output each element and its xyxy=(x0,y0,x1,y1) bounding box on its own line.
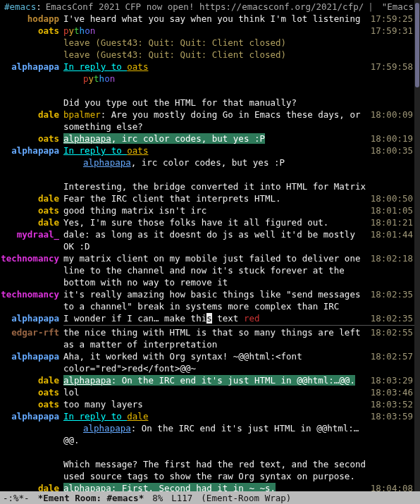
message-body: bpalmer: Are you mostly doing Go in Emac… xyxy=(63,109,371,133)
message-row: Interesting, the bridge converted it int… xyxy=(0,180,414,192)
channel-name: #emacs xyxy=(4,1,36,13)
nick[interactable]: mydraal_ xyxy=(0,228,63,240)
nick[interactable]: dale xyxy=(0,482,63,491)
message-row: oatspython17:59:31 xyxy=(0,25,414,37)
timestamp: 18:02:57 xyxy=(371,350,414,362)
message-row: oatsgood thing matrix isn't irc18:01:05 xyxy=(0,204,414,216)
message-body: I wonder if I can… make this text red xyxy=(63,312,371,324)
topic-text: EmacsConf 2021 CFP now open! https://ema… xyxy=(46,1,364,13)
timestamp: 18:00:19 xyxy=(371,133,414,145)
message-row: edgar-rftthe nice thing with HTML is tha… xyxy=(0,326,414,350)
modeline-mode: (Ement-Room Wrap) xyxy=(201,492,291,504)
nick[interactable]: dale xyxy=(0,374,63,386)
nick[interactable]: edgar-rft xyxy=(0,326,63,338)
timestamp: 18:03:46 xyxy=(371,386,414,398)
nick[interactable]: technomancy xyxy=(0,288,63,300)
message-body: alphapapa, irc color codes, but yes :P xyxy=(63,133,371,145)
nick[interactable]: alphapapa xyxy=(0,350,63,362)
timestamp: 18:00:09 xyxy=(371,109,414,121)
message-body: Yes, I'm sure those folks have it all fi… xyxy=(63,216,371,228)
nick[interactable]: dale xyxy=(0,109,63,121)
titlebar: #emacs : EmacsConf 2021 CFP now open! ht… xyxy=(0,0,420,13)
message-row: daleFear the IRC client that interprets … xyxy=(0,192,414,204)
nick[interactable]: alphapapa xyxy=(0,61,63,73)
message-row: mydraal_dale: as long as it doesnt do js… xyxy=(0,228,414,252)
system-message: leave (Guest43: Quit: Quit: Client close… xyxy=(63,37,414,49)
timestamp: 18:03:52 xyxy=(371,398,414,410)
timestamp: 18:02:18 xyxy=(371,252,414,264)
message-row: dalealphapapa: On the IRC end it's just … xyxy=(0,374,414,386)
nick[interactable]: hodapp xyxy=(0,13,63,25)
message-row: alphapapaIn reply to oats18:00:35 xyxy=(0,145,414,156)
timestamp: 18:01:21 xyxy=(371,216,414,228)
message-row: oatstoo many layers18:03:52 xyxy=(0,398,414,410)
timestamp: 18:00:50 xyxy=(371,192,414,204)
message-list[interactable]: hodappI've heard what you say when you t… xyxy=(0,13,414,491)
message-row: alphapapaIn reply to dale18:03:59 xyxy=(0,410,414,422)
message-body: In reply to oats xyxy=(63,61,371,73)
topic-sep: : xyxy=(36,1,42,13)
message-body: alphapapa, irc color codes, but yes :P xyxy=(63,156,371,168)
rainbow-text: python xyxy=(63,25,95,36)
message-body: it's really amazing how basic things lik… xyxy=(63,288,371,312)
message-body: Which message? The first had the red tex… xyxy=(63,458,371,482)
message-row: dalealphapapa: First. Second had it in ~… xyxy=(0,482,414,491)
timestamp: 18:01:44 xyxy=(371,228,414,240)
modeline-buffer: *Ement Room: #emacs* xyxy=(38,492,144,504)
timestamp: 18:03:29 xyxy=(371,374,414,386)
message-row: oatsalphapapa, irc color codes, but yes … xyxy=(0,133,414,145)
scrollbar-thumb[interactable] xyxy=(415,3,419,87)
nick[interactable]: alphapapa xyxy=(0,312,63,324)
nick[interactable]: technomancy xyxy=(0,252,63,264)
message-body: I've heard what you say when you think I… xyxy=(63,13,371,25)
message-body: In reply to dale xyxy=(63,410,371,422)
nick[interactable]: alphapapa xyxy=(0,410,63,422)
timestamp: 17:59:58 xyxy=(371,61,414,73)
message-row: python xyxy=(0,73,414,85)
system-message: leave (Guest43: Quit: Quit: Client close… xyxy=(63,49,414,61)
nick[interactable]: dale xyxy=(0,192,63,204)
message-body: Did you type out the HTML for that manua… xyxy=(63,97,371,109)
timestamp: 18:04:08 xyxy=(371,482,414,491)
timestamp: 17:59:31 xyxy=(371,25,414,37)
message-body: alphapapa: On the IRC end it's just HTML… xyxy=(63,422,371,446)
message-row: alphapapaAha, it worked with Org syntax!… xyxy=(0,350,414,374)
message-body: Aha, it worked with Org syntax! ~@@html:… xyxy=(63,350,371,374)
modeline-pos: 8% xyxy=(152,492,163,504)
message-row: alphapapa: On the IRC end it's just HTML… xyxy=(0,422,414,446)
timestamp: 17:59:25 xyxy=(371,13,414,25)
nick[interactable]: oats xyxy=(0,25,63,37)
unread-divider xyxy=(63,325,414,326)
message-body: alphapapa: On the IRC end it's just HTML… xyxy=(63,374,371,386)
modeline: -:%*- *Ement Room: #emacs* 8% L117 (Emen… xyxy=(0,491,420,504)
message-body: In reply to oats xyxy=(63,145,371,156)
message-row: daleYes, I'm sure those folks have it al… xyxy=(0,216,414,228)
message-body: python xyxy=(63,73,371,85)
nick[interactable]: oats xyxy=(0,386,63,398)
timestamp: 18:02:35 xyxy=(371,288,414,300)
message-body: the nice thing with HTML is that so many… xyxy=(63,326,371,350)
message-body: my matrix client on my mobile just faile… xyxy=(63,252,371,288)
message-body: dale: as long as it doesnt do js as well… xyxy=(63,228,371,252)
nick[interactable]: oats xyxy=(0,133,63,145)
modeline-flags: -:%*- xyxy=(3,492,30,504)
message-body: Interesting, the bridge converted it int… xyxy=(63,180,371,192)
timestamp: 18:02:35 xyxy=(371,312,414,324)
timestamp: 18:01:05 xyxy=(371,204,414,216)
scrollbar-track[interactable] xyxy=(414,0,420,504)
nick[interactable]: oats xyxy=(0,398,63,410)
message-row: dalebpalmer: Are you mostly doing Go in … xyxy=(0,109,414,133)
message-body: lol xyxy=(63,386,371,398)
nick[interactable]: oats xyxy=(0,204,63,216)
nick[interactable]: alphapapa xyxy=(0,145,63,156)
pipe-sep: | xyxy=(368,1,373,13)
modeline-line: L117 xyxy=(171,492,192,504)
message-body: Fear the IRC client that interprets HTML… xyxy=(63,192,371,204)
message-row: alphapapaI wonder if I can… make this te… xyxy=(0,312,414,324)
nick[interactable]: dale xyxy=(0,216,63,228)
timestamp: 18:03:59 xyxy=(371,410,414,422)
message-body: too many layers xyxy=(63,398,371,410)
message-row: Did you type out the HTML for that manua… xyxy=(0,97,414,109)
timestamp: 18:00:35 xyxy=(371,145,414,156)
message-body: alphapapa: First. Second had it in ~ ~s. xyxy=(63,482,371,491)
